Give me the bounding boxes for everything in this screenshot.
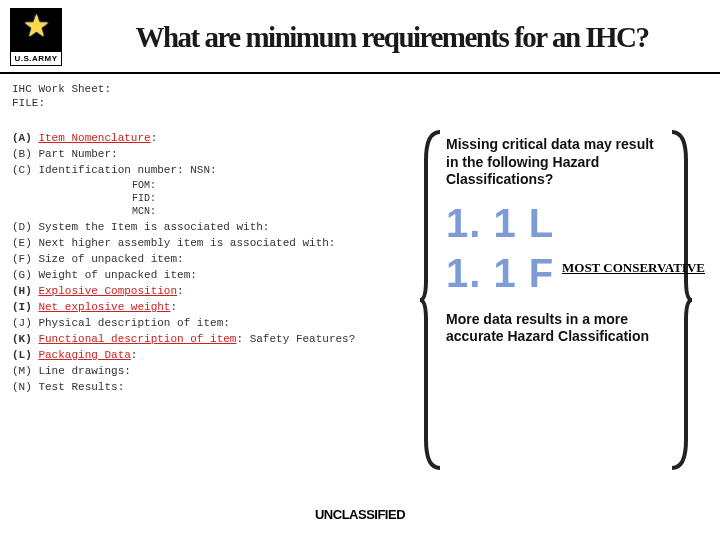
page-title: What are minimum requirements for an IHC…	[74, 22, 710, 52]
header: ★ U.S.ARMY What are minimum requirements…	[0, 0, 720, 74]
sub-fom: FOM:	[132, 180, 432, 191]
item-l: (L) Packaging Data:	[12, 349, 432, 361]
meta-line-1: IHC Work Sheet:	[12, 82, 111, 96]
callout-conclusion: More data results in a more accurate Haz…	[446, 311, 670, 346]
worksheet-meta: IHC Work Sheet: FILE:	[12, 82, 111, 111]
most-conservative-label: MOST CONSERVATIVE	[562, 260, 705, 276]
logo-caption: U.S.ARMY	[10, 52, 62, 66]
us-army-logo: ★ U.S.ARMY	[10, 8, 62, 66]
item-c: (C) Identification number: NSN:	[12, 164, 432, 176]
item-g: (G) Weight of unpacked item:	[12, 269, 432, 281]
sub-fid: FID:	[132, 193, 432, 204]
right-brace-icon	[668, 130, 694, 470]
item-a: (A) Item Nomenclature:	[12, 132, 432, 144]
item-e: (E) Next higher assembly item is associa…	[12, 237, 432, 249]
hazard-code-1: 1. 1 L	[446, 203, 670, 243]
sub-mcn: MCN:	[132, 206, 432, 217]
left-brace-icon	[418, 130, 444, 470]
items-list: (A) Item Nomenclature: (B) Part Number: …	[12, 128, 432, 397]
meta-line-2: FILE:	[12, 96, 111, 110]
item-k: (K) Functional description of item: Safe…	[12, 333, 432, 345]
callout: Missing critical data may result in the …	[420, 130, 700, 470]
star-icon: ★	[23, 11, 50, 41]
item-n: (N) Test Results:	[12, 381, 432, 393]
item-d: (D) System the Item is associated with:	[12, 221, 432, 233]
item-b: (B) Part Number:	[12, 148, 432, 160]
callout-question: Missing critical data may result in the …	[446, 136, 670, 189]
item-i: (I) Net explosive weight:	[12, 301, 432, 313]
classification-footer: UNCLASSIFIED	[0, 507, 720, 522]
item-m: (M) Line drawings:	[12, 365, 432, 377]
item-j: (J) Physical description of item:	[12, 317, 432, 329]
item-f: (F) Size of unpacked item:	[12, 253, 432, 265]
item-h: (H) Explosive Composition:	[12, 285, 432, 297]
callout-content: Missing critical data may result in the …	[446, 136, 670, 346]
